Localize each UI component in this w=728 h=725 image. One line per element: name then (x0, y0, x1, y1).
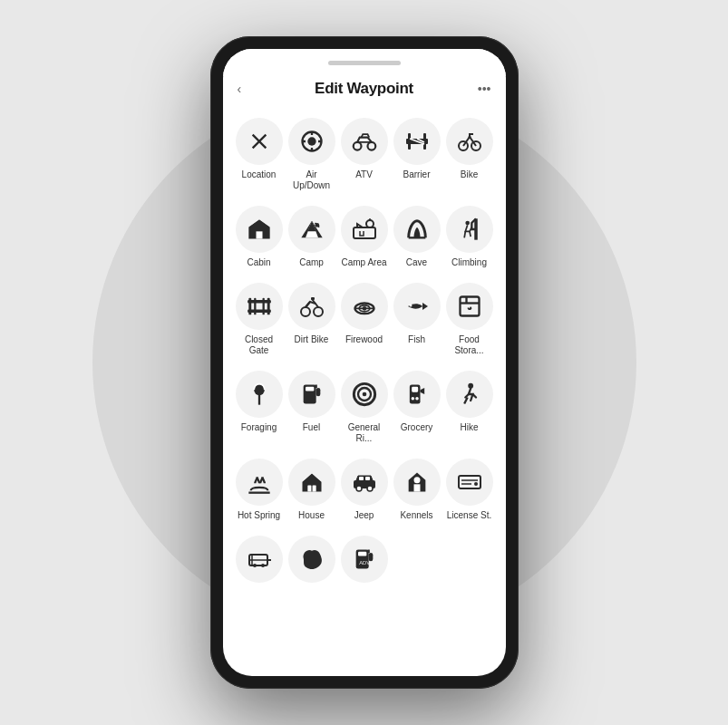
phone-mockup: ‹ Edit Waypoint ••• Location (210, 36, 519, 689)
icon-label-barrier: Barrier (403, 169, 430, 180)
svg-marker-54 (302, 474, 321, 482)
icon-label-jeep: Jeep (354, 510, 374, 521)
icon-label-general-ri: General Ri... (341, 422, 388, 444)
icon-circle-location (236, 118, 283, 165)
dirt-bike-icon (299, 294, 325, 319)
svg-rect-9 (408, 133, 411, 150)
icon-circle-house (288, 459, 335, 506)
grid-item-license-st[interactable]: License St. (444, 453, 495, 527)
grid-item-food-storage[interactable]: Food Stora... (444, 277, 495, 362)
svg-rect-72 (358, 552, 366, 556)
icon-label-license-st: License St. (447, 510, 491, 521)
icon-label-grocery: Grocery (401, 422, 433, 433)
svg-point-68 (253, 564, 257, 567)
svg-point-60 (413, 477, 420, 483)
grid-item-foraging[interactable]: Foraging (234, 365, 285, 450)
svg-point-69 (261, 564, 265, 567)
svg-rect-17 (354, 227, 375, 238)
camp-icon (299, 217, 325, 242)
air-up-down-icon (299, 129, 325, 154)
icon-circle-kennels (393, 459, 441, 506)
icon-circle-hike (446, 371, 493, 418)
grid-item-cabin[interactable]: Cabin (234, 200, 285, 274)
icon-label-location: Location (242, 169, 277, 180)
icon-circle-barrier (393, 118, 441, 165)
screen-header: ‹ Edit Waypoint ••• (223, 76, 506, 105)
grid-item-fuel2[interactable]: ADV (339, 530, 390, 593)
grid-item-hot-spring[interactable]: Hot Spring (234, 453, 285, 527)
svg-rect-52 (307, 486, 311, 492)
grid-item-location[interactable]: Location (234, 112, 285, 197)
svg-rect-27 (262, 298, 264, 315)
icon-label-camp-area: Camp Area (341, 257, 386, 268)
icon-label-hike: Hike (460, 422, 478, 433)
grid-item-camp-area[interactable]: Camp Area (339, 200, 390, 274)
bike-icon (457, 129, 482, 154)
icon-label-food-storage: Food Stora... (446, 334, 493, 356)
svg-point-35 (409, 304, 412, 307)
cabin-icon (247, 217, 272, 242)
icon-label-firewood: Firewood (345, 334, 383, 345)
icon-circle-firewood (341, 283, 388, 330)
general-ri-icon (352, 382, 377, 407)
grid-item-hike[interactable]: Hike (444, 365, 495, 450)
svg-point-21 (465, 221, 470, 226)
icon-label-bike: Bike (461, 169, 478, 180)
icon-circle-atv (341, 118, 388, 165)
grid-item-camp[interactable]: Camp (286, 200, 337, 274)
svg-rect-24 (248, 298, 251, 315)
barrier-icon (404, 129, 430, 154)
grid-item-atv[interactable]: ATV (339, 112, 390, 197)
icon-grid-container[interactable]: Location Air Up/Down (223, 105, 506, 660)
icon-label-camp: Camp (299, 257, 324, 268)
svg-rect-41 (315, 388, 320, 396)
icon-label-fuel: Fuel (303, 422, 320, 433)
license-st-icon (457, 469, 482, 495)
camp-area-icon (352, 217, 377, 242)
grid-item-trailer[interactable] (234, 530, 285, 593)
icon-label-climbing: Climbing (451, 257, 487, 268)
svg-rect-56 (359, 477, 364, 480)
svg-rect-36 (460, 297, 479, 316)
grid-item-general-ri[interactable]: General Ri... (339, 365, 390, 450)
fish-icon (404, 294, 430, 319)
grid-item-climbing[interactable]: Climbing (444, 200, 495, 274)
icon-circle-trailer (236, 536, 283, 583)
icon-circle-camp (288, 206, 335, 253)
grid-item-jeep[interactable]: Jeep (339, 453, 390, 527)
icon-circle-bike (446, 118, 493, 165)
jeep-icon (352, 469, 377, 495)
icon-label-closed-gate: Closed Gate (236, 334, 283, 356)
back-button[interactable]: ‹ (238, 82, 242, 96)
grid-item-barrier[interactable]: Barrier (392, 112, 442, 197)
svg-point-29 (314, 307, 323, 316)
grid-item-fish[interactable]: Fish (392, 277, 442, 362)
grid-item-house[interactable]: House (286, 453, 337, 527)
header-title: Edit Waypoint (315, 80, 413, 98)
grid-item-bike[interactable]: Bike (444, 112, 495, 197)
svg-point-64 (474, 482, 478, 486)
grid-item-air-up-down[interactable]: Air Up/Down (286, 112, 337, 197)
notch-bar (223, 49, 506, 76)
grid-item-cave[interactable]: Cave (392, 200, 442, 274)
grid-item-dirt-bike[interactable]: Dirt Bike (286, 277, 337, 362)
icon-circle-fuel (288, 371, 335, 418)
grid-item-kennels[interactable]: Kennels (392, 453, 442, 527)
icon-label-dirt-bike: Dirt Bike (295, 334, 329, 345)
grid-item-closed-gate[interactable]: Closed Gate (234, 277, 285, 362)
grid-item-fuel[interactable]: Fuel (286, 365, 337, 450)
grid-item-grocery[interactable]: Grocery (392, 365, 442, 450)
hike-icon (457, 382, 482, 407)
icon-label-hot-spring: Hot Spring (238, 510, 280, 521)
svg-point-6 (353, 142, 361, 150)
svg-point-45 (362, 392, 366, 397)
climbing-icon (457, 217, 482, 242)
svg-rect-26 (254, 298, 256, 315)
svg-point-18 (366, 220, 374, 227)
firewood-icon (352, 294, 377, 319)
icon-circle-food-storage (446, 283, 493, 330)
grid-item-blob[interactable] (286, 530, 337, 593)
grid-item-firewood[interactable]: Firewood (339, 277, 390, 362)
action-button[interactable]: ••• (478, 82, 491, 96)
svg-rect-61 (459, 476, 480, 488)
